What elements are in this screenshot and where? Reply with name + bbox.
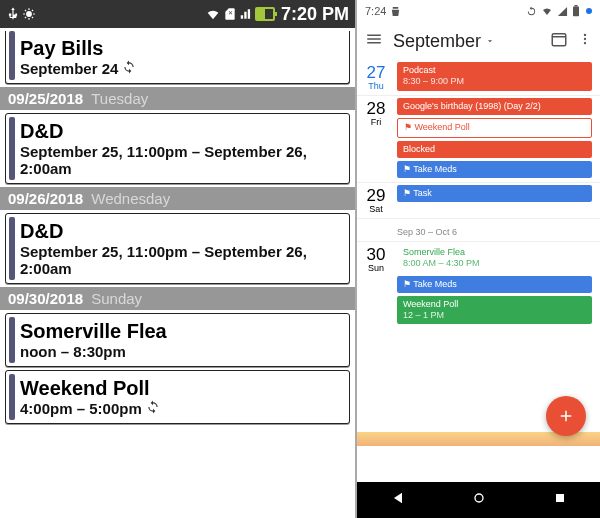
event-item[interactable]: D&DSeptember 25, 11:00pm – September 26,… bbox=[5, 113, 350, 184]
event-time: 12 – 1 PM bbox=[403, 310, 586, 321]
day-number: 27 bbox=[361, 64, 391, 81]
event-title: ⚑ Weekend Poll bbox=[404, 122, 585, 133]
event-subtitle: September 24 bbox=[20, 60, 341, 77]
day-weekday: Thu bbox=[361, 81, 391, 91]
nav-bar bbox=[357, 482, 600, 518]
today-button[interactable] bbox=[550, 30, 568, 52]
status-time: 7:24 bbox=[365, 5, 386, 17]
day-number: 30 bbox=[361, 246, 391, 263]
day-number: 29 bbox=[361, 187, 391, 204]
calendar-toolbar: September bbox=[357, 22, 600, 60]
debug-icon bbox=[390, 6, 401, 17]
agenda-list[interactable]: Pay BillsSeptember 2409/25/2018 TuesdayD… bbox=[0, 28, 355, 518]
event-title: ⚑ Take Meds bbox=[403, 164, 586, 175]
day-header: 09/30/2018 Sunday bbox=[0, 287, 355, 310]
svg-point-5 bbox=[584, 34, 586, 36]
svg-point-0 bbox=[26, 11, 32, 17]
day-weekday: Sat bbox=[361, 204, 391, 214]
svg-point-7 bbox=[584, 42, 586, 44]
event-title: Podcast bbox=[403, 65, 586, 76]
overflow-button[interactable] bbox=[578, 30, 592, 52]
event-chip[interactable]: Weekend Poll12 – 1 PM bbox=[397, 296, 592, 325]
event-time: 8:00 AM – 4:30 PM bbox=[403, 258, 586, 269]
month-dropdown[interactable]: September bbox=[393, 31, 495, 52]
day-header: 09/26/2018 Wednesday bbox=[0, 187, 355, 210]
right-status-bar: 7:24 bbox=[357, 0, 600, 22]
signal-icon bbox=[239, 7, 253, 21]
day-row: 28FriGoogle's birthday (1998) (Day 2/2)⚑… bbox=[357, 95, 600, 182]
date-column[interactable]: 27Thu bbox=[361, 62, 391, 91]
left-status-bar: ✕ 7:20 PM bbox=[0, 0, 355, 28]
day-date: 09/25/2018 bbox=[8, 90, 83, 107]
event-subtitle: noon – 8:30pm bbox=[20, 343, 341, 360]
debug-icon bbox=[22, 7, 36, 21]
dnd-dot-icon bbox=[586, 8, 592, 14]
event-title: Pay Bills bbox=[20, 37, 341, 60]
home-button[interactable] bbox=[471, 490, 487, 510]
usb-icon bbox=[6, 7, 20, 21]
old-android-calendar: ✕ 7:20 PM Pay BillsSeptember 2409/25/201… bbox=[0, 0, 355, 518]
event-title: Google's birthday (1998) (Day 2/2) bbox=[403, 101, 586, 112]
day-weekday: Sun bbox=[361, 263, 391, 273]
recurring-icon bbox=[146, 400, 160, 414]
battery-icon bbox=[572, 5, 580, 17]
event-chip[interactable]: Somerville Flea8:00 AM – 4:30 PM bbox=[397, 244, 592, 273]
month-label: September bbox=[393, 31, 481, 52]
event-item[interactable]: Weekend Poll4:00pm – 5:00pm bbox=[5, 370, 350, 424]
svg-rect-9 bbox=[556, 494, 564, 502]
svg-rect-2 bbox=[573, 7, 579, 17]
day-weekday: Sunday bbox=[91, 290, 142, 307]
event-chip[interactable]: Google's birthday (1998) (Day 2/2) bbox=[397, 98, 592, 115]
svg-rect-3 bbox=[575, 5, 578, 7]
event-chip[interactable]: Podcast8:30 – 9:00 PM bbox=[397, 62, 592, 91]
event-subtitle: 4:00pm – 5:00pm bbox=[20, 400, 341, 417]
schedule-view[interactable]: 27ThuPodcast8:30 – 9:00 PM28FriGoogle's … bbox=[357, 60, 600, 482]
wifi-icon bbox=[541, 5, 553, 17]
day-weekday: Fri bbox=[361, 117, 391, 127]
event-subtitle: September 25, 11:00pm – September 26, 2:… bbox=[20, 243, 341, 277]
sd-icon: ✕ bbox=[223, 7, 237, 21]
day-weekday: Wednesday bbox=[91, 190, 170, 207]
create-event-fab[interactable] bbox=[546, 396, 586, 436]
day-row: 29Sat⚑ Task bbox=[357, 182, 600, 218]
day-weekday: Tuesday bbox=[91, 90, 148, 107]
event-subtitle: September 25, 11:00pm – September 26, 2:… bbox=[20, 143, 341, 177]
battery-icon bbox=[255, 7, 275, 21]
svg-rect-4 bbox=[552, 34, 566, 46]
signal-icon bbox=[557, 6, 568, 17]
event-chip[interactable]: ⚑ Take Meds bbox=[397, 276, 592, 293]
event-chip[interactable]: ⚑ Take Meds bbox=[397, 161, 592, 178]
date-column[interactable]: 28Fri bbox=[361, 98, 391, 178]
event-title: ⚑ Task bbox=[403, 188, 586, 199]
menu-button[interactable] bbox=[365, 30, 383, 52]
event-item[interactable]: D&DSeptember 25, 11:00pm – September 26,… bbox=[5, 213, 350, 284]
event-title: Somerville Flea bbox=[20, 320, 341, 343]
svg-point-6 bbox=[584, 38, 586, 40]
event-chip[interactable]: ⚑ Task bbox=[397, 185, 592, 202]
event-chip[interactable]: Blocked bbox=[397, 141, 592, 158]
day-number: 28 bbox=[361, 100, 391, 117]
status-time: 7:20 PM bbox=[281, 4, 349, 25]
event-chip[interactable]: ⚑ Weekend Poll bbox=[397, 118, 592, 137]
event-title: Somerville Flea bbox=[403, 247, 586, 258]
date-column[interactable]: 30Sun bbox=[361, 244, 391, 324]
event-title: D&D bbox=[20, 220, 341, 243]
rotate-icon bbox=[526, 6, 537, 17]
event-title: ⚑ Take Meds bbox=[403, 279, 586, 290]
back-button[interactable] bbox=[390, 490, 406, 510]
event-time: 8:30 – 9:00 PM bbox=[403, 76, 586, 87]
event-title: Weekend Poll bbox=[403, 299, 586, 310]
svg-point-8 bbox=[475, 494, 483, 502]
recents-button[interactable] bbox=[552, 490, 568, 510]
event-item[interactable]: Somerville Fleanoon – 8:30pm bbox=[5, 313, 350, 367]
day-row: 30SunSomerville Flea8:00 AM – 4:30 PM⚑ T… bbox=[357, 241, 600, 328]
day-row: 27ThuPodcast8:30 – 9:00 PM bbox=[357, 60, 600, 95]
chevron-down-icon bbox=[485, 36, 495, 46]
day-header: 09/25/2018 Tuesday bbox=[0, 87, 355, 110]
event-item[interactable]: Pay BillsSeptember 24 bbox=[5, 31, 350, 84]
recurring-icon bbox=[122, 60, 136, 74]
event-title: Blocked bbox=[403, 144, 586, 155]
wifi-icon bbox=[205, 6, 221, 22]
modern-android-calendar: 7:24 September bbox=[357, 0, 600, 518]
date-column[interactable]: 29Sat bbox=[361, 185, 391, 214]
